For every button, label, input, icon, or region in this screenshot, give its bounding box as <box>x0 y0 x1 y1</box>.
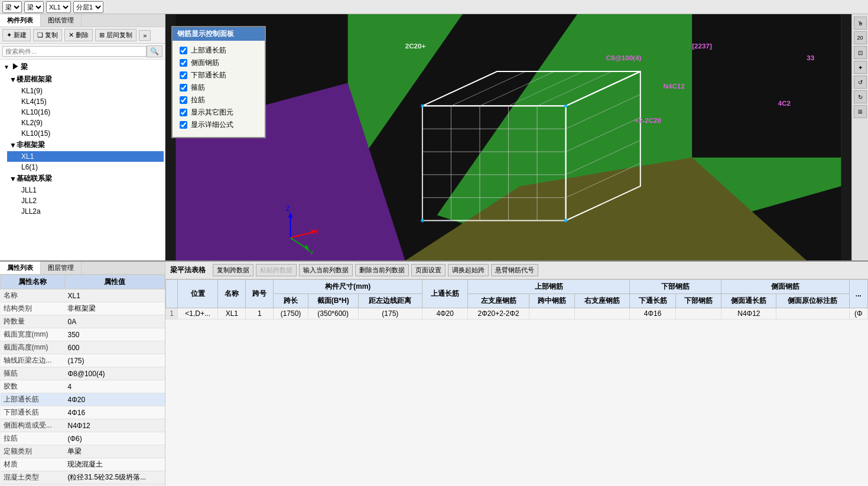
beam-table-title: 梁平法表格 <box>170 265 206 275</box>
beam-id-select[interactable]: XL1 <box>46 1 71 13</box>
search-button[interactable]: 🔍 <box>147 45 162 57</box>
cell-botrebar-1 <box>675 308 721 319</box>
rt-star-btn[interactable]: ✦ <box>854 61 867 74</box>
prop-val-3: 0A <box>64 315 164 328</box>
delete-current-btn[interactable]: 删除当前列数据 <box>355 264 409 276</box>
tree-group-floor-frame[interactable]: ▼ 楼层框架梁 <box>7 73 164 86</box>
beam-type-select2[interactable]: 梁 <box>24 1 44 13</box>
svg-marker-5 <box>692 14 841 158</box>
tree-item-L6[interactable]: L6(1) <box>7 162 164 172</box>
tab-component-list[interactable]: 构件列表 <box>0 14 41 27</box>
cell-edgedist-1: (175) <box>358 308 422 319</box>
checkbox-stirrup[interactable] <box>180 84 187 92</box>
bottom-tab-props[interactable]: 属性列表 <box>0 262 41 274</box>
rt-cursor-btn[interactable]: 🖱 <box>854 17 867 30</box>
page-settings-btn[interactable]: 页面设置 <box>411 264 446 276</box>
prop-val-14: 现浇混凝土 <box>64 458 164 471</box>
prop-name-10: 下部通长筋 <box>1 406 65 419</box>
tree-item-JLL2[interactable]: JLL2 <box>7 195 164 206</box>
tree-item-KL10-15[interactable]: KL10(15) <box>7 128 164 139</box>
floor-copy-button[interactable]: ⊞ 层间复制 <box>95 29 136 41</box>
svg-text:[2237]: [2237] <box>692 42 712 50</box>
svg-text:2C20+: 2C20+ <box>405 42 426 50</box>
rt-zoom-btn[interactable]: 20 <box>854 31 867 44</box>
tree-group-label-floor: 楼层框架梁 <box>17 74 52 84</box>
tab-drawing-management[interactable]: 图纸管理 <box>41 14 82 27</box>
rt-rotate-cw-btn[interactable]: ↺ <box>854 76 867 89</box>
col-span: 跨号 <box>246 280 274 308</box>
hanging-rebar-btn[interactable]: 悬臂钢筋代号 <box>491 264 538 276</box>
adjust-start-btn[interactable]: 调换起始跨 <box>448 264 489 276</box>
col-side-rebar-group: 侧面钢筋 <box>721 280 849 294</box>
tree-item-JLL1[interactable]: JLL1 <box>7 185 164 195</box>
table-row-1: 1 <1,D+... XL1 1 (1750) (350*600) (175) … <box>166 308 868 319</box>
tree-root-beam[interactable]: ▼ ▶ 梁 <box>1 61 164 73</box>
checkbox-bot-through[interactable] <box>180 71 187 79</box>
col-component-size-group: 构件尺寸(mm) <box>274 280 422 294</box>
col-position: 位置 <box>178 280 218 308</box>
tree-group-foundation[interactable]: ▼ 基础联系梁 <box>7 172 164 185</box>
prop-name-2: 结构类别 <box>1 302 65 315</box>
props-row-5: 截面高度(mm) 600 <box>1 341 165 354</box>
cell-sideoriginal-1 <box>776 308 849 319</box>
new-button[interactable]: ✦ 新建 <box>2 29 31 41</box>
paste-span-btn[interactable]: 粘贴跨数据 <box>256 264 297 276</box>
tree-item-JLL2a[interactable]: JLL2a <box>7 206 164 217</box>
prop-val-5: 600 <box>64 341 164 354</box>
svg-text:Z: Z <box>286 204 290 212</box>
delete-button[interactable]: ✕ 删除 <box>64 29 93 41</box>
cell-topthrough-1: 4Φ20 <box>422 308 468 319</box>
prop-name-11: 侧面构造或受... <box>1 419 65 432</box>
col-bot-through: 下通长筋 <box>630 294 676 308</box>
prop-val-2: 非框架梁 <box>64 302 164 315</box>
checkbox-top-through[interactable] <box>180 47 187 54</box>
svg-point-27 <box>421 219 424 223</box>
checkbox-detail[interactable] <box>180 121 187 129</box>
prop-val-12: (Φ6) <box>64 432 164 445</box>
cell-extra-1: (Φ <box>849 308 867 319</box>
copy-span-btn[interactable]: 复制跨数据 <box>213 264 253 276</box>
rt-select-btn[interactable]: ⊡ <box>854 46 867 59</box>
cell-leftsupport-1: 2Φ20+2-2Φ2 <box>468 308 529 319</box>
tree-group-non-frame[interactable]: ▼ 非框架梁 <box>7 139 164 151</box>
beam-type-select1[interactable]: 梁 <box>2 1 22 13</box>
prop-val-9: 4Φ20 <box>64 393 164 406</box>
tree-item-KL4[interactable]: KL4(15) <box>7 96 164 107</box>
arrow-icon3: ▼ <box>9 141 17 149</box>
rebar-display-panel: 钢筋显示控制面板 上部通长筋 侧面钢筋 下部通长筋 箍筋 拉筋 <box>171 26 266 138</box>
tree-item-KL2[interactable]: KL2(9) <box>7 118 164 128</box>
props-row-12: 拉筋 (Φ6) <box>1 432 165 445</box>
checkbox-side[interactable] <box>180 59 187 67</box>
checkbox-other[interactable] <box>180 109 187 116</box>
viewport-3d[interactable]: 2C20+ C8@100(4) [2237] 33 N4C12 +2-2C20 … <box>165 14 851 260</box>
cell-rightsupport-1 <box>575 308 630 319</box>
svg-text:+2-2C20: +2-2C20 <box>635 116 661 124</box>
tree-item-XL1[interactable]: XL1 <box>7 151 164 162</box>
tree-item-KL10-16[interactable]: KL10(16) <box>7 107 164 118</box>
rt-rotate-ccw-btn[interactable]: ↻ <box>854 90 867 103</box>
tree-item-KL1[interactable]: KL1(9) <box>7 86 164 96</box>
rt-collapse-btn[interactable]: ≡ <box>854 105 867 118</box>
props-row-6: 轴线距梁左边... (175) <box>1 354 165 367</box>
col-left-support: 左支座钢筋 <box>468 294 529 308</box>
col-name: 名称 <box>218 280 246 308</box>
label-stirrup: 箍筋 <box>191 83 205 93</box>
props-row-14: 材质 现浇混凝土 <box>1 458 165 471</box>
prop-name-7: 箍筋 <box>1 367 65 380</box>
prop-val-4: 350 <box>64 328 164 341</box>
bottom-tab-layers[interactable]: 图层管理 <box>41 262 82 274</box>
checkbox-tie[interactable] <box>180 96 187 104</box>
arrow-icon2: ▼ <box>9 76 17 84</box>
prop-name-5: 截面高度(mm) <box>1 341 65 354</box>
props-row-13: 定额类别 单梁 <box>1 445 165 458</box>
more-button[interactable]: » <box>139 30 151 41</box>
search-input[interactable] <box>2 46 147 57</box>
prop-val-7: Φ8@100(4) <box>64 367 164 380</box>
label-detail: 显示详细公式 <box>191 120 233 130</box>
rebar-item-side: 侧面钢筋 <box>180 58 258 68</box>
floor-select[interactable]: 分层1 <box>73 1 103 13</box>
input-current-btn[interactable]: 输入当前列数据 <box>299 264 353 276</box>
copy-button[interactable]: ❑ 复制 <box>33 29 62 41</box>
col-section: 截面(B*H) <box>308 294 358 308</box>
label-tie: 拉筋 <box>191 95 205 105</box>
